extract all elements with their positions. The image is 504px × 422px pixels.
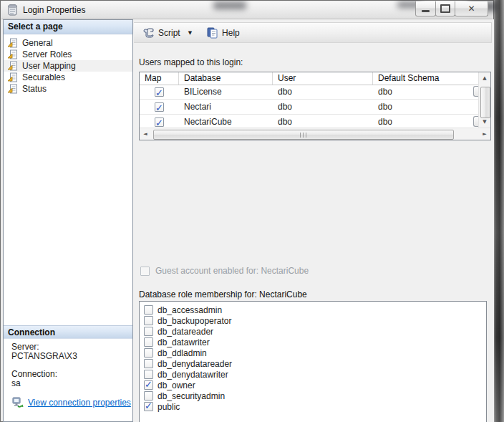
role-item[interactable]: ✓ db_datareader [140, 326, 486, 337]
help-button-label: Help [222, 28, 240, 38]
role-item[interactable]: ✓ db_accessadmin [140, 304, 486, 315]
role-item[interactable]: ✓ db_denydatareader [140, 358, 486, 369]
column-header-map[interactable]: Map [140, 72, 179, 85]
scroll-left-icon[interactable]: ◄ [140, 128, 151, 140]
sidebar-item-label: General [22, 38, 53, 48]
connection-header: Connection [4, 325, 132, 339]
help-button[interactable]: Help [203, 26, 243, 40]
guest-account-checkbox: ✓ [140, 267, 150, 276]
database-cell: NectariCube [179, 115, 273, 129]
role-checkbox[interactable]: ✓ [144, 380, 153, 390]
default-schema-cell: dbo [373, 100, 478, 114]
role-checkbox[interactable]: ✓ [144, 305, 153, 315]
close-icon: ✕ [467, 4, 475, 14]
select-page-header: Select a page [4, 20, 132, 34]
role-label: db_denydatawriter [158, 370, 228, 380]
close-button[interactable]: ✕ [455, 1, 488, 16]
maximize-icon [440, 4, 450, 13]
vertical-scroll-thumb[interactable] [480, 87, 490, 118]
page-icon [7, 84, 19, 94]
table-row[interactable]: ✓ Nectari dbo dbo [140, 100, 478, 115]
role-label: public [158, 402, 180, 412]
table-horizontal-scrollbar[interactable]: ◄ ► [140, 128, 490, 140]
role-checkbox[interactable]: ✓ [144, 316, 153, 325]
sidebar-item-label: Status [22, 84, 47, 94]
titlebar-glass-smudge [213, 1, 246, 9]
window-controls: ✕ [416, 1, 488, 16]
sidebar-item-server-roles[interactable]: Server Roles [4, 49, 132, 60]
scroll-up-icon[interactable]: ▲ [479, 72, 490, 84]
role-item[interactable]: ✓ db_backupoperator [140, 315, 486, 326]
role-item[interactable]: ✓ db_securityadmin [140, 390, 486, 401]
window-title: Login Properties [23, 5, 85, 15]
map-checkbox[interactable]: ✓ [155, 118, 164, 127]
horizontal-scroll-thumb[interactable] [153, 130, 454, 140]
minimize-button[interactable] [415, 1, 436, 16]
sidebar-item-label: User Mapping [22, 61, 76, 71]
role-item[interactable]: ✓ db_denydatawriter [140, 369, 486, 380]
page-icon [7, 49, 19, 59]
users-mapped-label: Users mapped to this login: [139, 57, 243, 67]
role-checkbox[interactable]: ✓ [144, 391, 153, 401]
role-checkbox[interactable]: ✓ [144, 370, 153, 379]
user-cell: dbo [273, 85, 373, 99]
titlebar[interactable]: Login Properties ✕ [1, 1, 493, 19]
role-checkbox[interactable]: ✓ [144, 402, 153, 411]
role-checkbox[interactable]: ✓ [144, 348, 153, 358]
sidebar-item-label: Securables [22, 72, 65, 82]
scroll-down-icon[interactable]: ▼ [479, 116, 490, 128]
map-checkbox[interactable]: ✓ [155, 87, 164, 97]
connection-value: sa [11, 379, 131, 388]
check-icon: ✓ [145, 379, 152, 390]
sidebar-item-user-mapping[interactable]: User Mapping [4, 60, 132, 72]
page-list: General Server Roles User Mapping [4, 34, 132, 95]
minimize-icon [422, 10, 430, 12]
window-icon [8, 4, 17, 16]
page-icon [7, 61, 19, 71]
column-header-default-schema[interactable]: Default Schema [373, 72, 478, 85]
table-vertical-scrollbar[interactable]: ▲ ▼ [478, 72, 490, 128]
column-header-user[interactable]: User [273, 72, 373, 85]
role-item[interactable]: ✓ db_ddladmin [140, 347, 486, 358]
column-header-database[interactable]: Database [179, 72, 273, 85]
database-cell: BILicense [179, 85, 273, 99]
role-checkbox[interactable]: ✓ [144, 327, 153, 336]
schema-browse-button[interactable] [473, 86, 478, 97]
script-dropdown-icon[interactable]: ▼ [188, 30, 192, 36]
sidebar-item-securables[interactable]: Securables [4, 72, 132, 83]
role-label: db_owner [158, 380, 195, 390]
schema-browse-button[interactable] [473, 116, 478, 127]
sidebar-item-status[interactable]: Status [4, 83, 132, 95]
check-icon: ✓ [155, 101, 163, 115]
guest-account-row: ✓ Guest account enabled for: NectariCube [140, 266, 309, 276]
role-label: db_denydatareader [158, 359, 232, 369]
role-checkbox[interactable]: ✓ [144, 359, 153, 368]
role-label: db_accessadmin [158, 305, 222, 315]
page-icon [7, 38, 19, 48]
help-icon [206, 27, 218, 39]
main-panel: Script ▼ Help Users mapped to this login… [133, 19, 494, 422]
role-item[interactable]: ✓ db_datawriter [140, 337, 486, 347]
scroll-right-icon[interactable]: ► [479, 128, 490, 140]
role-label: db_datareader [158, 327, 213, 337]
page-icon [7, 72, 19, 82]
map-checkbox[interactable]: ✓ [155, 102, 164, 112]
table-header: Map Database User Default Schema [140, 72, 478, 85]
select-page-panel: Select a page General Server Roles [3, 19, 133, 422]
sidebar-item-general[interactable]: General [4, 37, 132, 49]
role-item[interactable]: ✓ public [140, 401, 486, 412]
role-checkbox[interactable]: ✓ [144, 337, 153, 347]
role-label: db_securityadmin [158, 391, 225, 401]
toolbar: Script ▼ Help [134, 22, 492, 43]
role-membership-list: ✓ db_accessadmin ✓ db_backupoperator ✓ d… [139, 301, 487, 422]
user-cell: dbo [273, 115, 373, 129]
server-value: PCTANSGRA\X3 [11, 352, 131, 361]
user-cell: dbo [273, 100, 373, 114]
maximize-button[interactable] [435, 1, 455, 16]
role-item[interactable]: ✓ db_owner [140, 380, 486, 390]
script-button[interactable]: Script ▼ [139, 26, 195, 40]
table-row[interactable]: ✓ BILicense dbo dbo [140, 85, 478, 100]
view-connection-properties-link[interactable]: View connection properties [28, 398, 131, 408]
login-properties-window: Login Properties ✕ Select a page General [0, 0, 494, 422]
role-label: db_ddladmin [158, 348, 207, 358]
